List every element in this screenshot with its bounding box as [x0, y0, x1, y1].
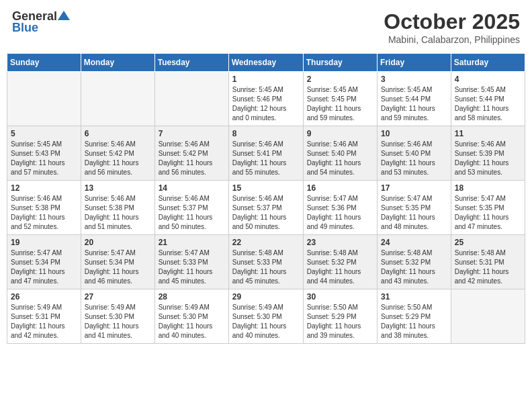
calendar-cell: 22Sunrise: 5:48 AMSunset: 5:33 PMDayligh… [228, 235, 303, 289]
day-number: 14 [159, 183, 225, 193]
day-info: Sunrise: 5:45 AMSunset: 5:45 PMDaylight:… [307, 85, 373, 123]
day-info: Sunrise: 5:45 AMSunset: 5:43 PMDaylight:… [11, 140, 77, 177]
calendar-cell: 20Sunrise: 5:47 AMSunset: 5:34 PMDayligh… [81, 235, 154, 289]
day-number: 11 [455, 129, 521, 138]
day-info: Sunrise: 5:48 AMSunset: 5:31 PMDaylight:… [455, 248, 521, 286]
weekday-header: Thursday [303, 54, 377, 72]
day-number: 16 [307, 183, 373, 193]
calendar-week-row: 12Sunrise: 5:46 AMSunset: 5:38 PMDayligh… [7, 181, 525, 235]
day-info: Sunrise: 5:48 AMSunset: 5:32 PMDaylight:… [307, 248, 373, 286]
day-number: 28 [159, 292, 225, 302]
calendar-week-row: 19Sunrise: 5:47 AMSunset: 5:34 PMDayligh… [7, 235, 525, 289]
calendar-cell: 3Sunrise: 5:45 AMSunset: 5:44 PMDaylight… [378, 72, 451, 126]
day-number: 31 [381, 292, 447, 302]
day-info: Sunrise: 5:48 AMSunset: 5:33 PMDaylight:… [232, 248, 300, 286]
day-number: 30 [307, 292, 373, 302]
day-number: 3 [381, 75, 447, 84]
calendar-cell: 4Sunrise: 5:45 AMSunset: 5:44 PMDaylight… [451, 72, 525, 126]
weekday-header: Monday [81, 54, 154, 72]
day-number: 26 [11, 292, 77, 302]
day-info: Sunrise: 5:49 AMSunset: 5:30 PMDaylight:… [232, 303, 300, 340]
weekday-header-row: SundayMondayTuesdayWednesdayThursdayFrid… [7, 54, 525, 72]
day-number: 20 [85, 238, 151, 247]
weekday-header: Saturday [451, 54, 525, 72]
calendar-cell: 16Sunrise: 5:47 AMSunset: 5:36 PMDayligh… [303, 181, 377, 235]
day-number: 12 [11, 183, 77, 193]
day-number: 19 [11, 238, 77, 247]
day-info: Sunrise: 5:47 AMSunset: 5:35 PMDaylight:… [455, 194, 521, 232]
day-number: 5 [11, 129, 77, 138]
calendar-cell: 18Sunrise: 5:47 AMSunset: 5:35 PMDayligh… [451, 181, 525, 235]
calendar-cell [451, 289, 525, 344]
day-number: 7 [159, 129, 225, 138]
day-number: 18 [455, 183, 521, 193]
weekday-header: Friday [378, 54, 451, 72]
page-header: General Blue October 2025 Mabini, Calaba… [7, 7, 525, 48]
day-info: Sunrise: 5:46 AMSunset: 5:41 PMDaylight:… [232, 140, 300, 177]
day-info: Sunrise: 5:46 AMSunset: 5:38 PMDaylight:… [11, 194, 77, 232]
month-title: October 2025 [384, 9, 520, 34]
calendar-week-row: 26Sunrise: 5:49 AMSunset: 5:31 PMDayligh… [7, 289, 525, 344]
day-number: 2 [307, 75, 373, 84]
logo-blue-text: Blue [12, 21, 38, 35]
day-info: Sunrise: 5:45 AMSunset: 5:44 PMDaylight:… [381, 85, 447, 123]
day-info: Sunrise: 5:46 AMSunset: 5:39 PMDaylight:… [455, 140, 521, 177]
calendar-table: SundayMondayTuesdayWednesdayThursdayFrid… [7, 53, 525, 344]
calendar-cell: 26Sunrise: 5:49 AMSunset: 5:31 PMDayligh… [7, 289, 81, 344]
logo-icon [58, 9, 70, 21]
calendar-cell: 24Sunrise: 5:48 AMSunset: 5:32 PMDayligh… [378, 235, 451, 289]
day-number: 22 [232, 238, 300, 247]
weekday-header: Wednesday [228, 54, 303, 72]
calendar-cell: 12Sunrise: 5:46 AMSunset: 5:38 PMDayligh… [7, 181, 81, 235]
calendar-cell: 31Sunrise: 5:50 AMSunset: 5:29 PMDayligh… [378, 289, 451, 344]
day-info: Sunrise: 5:46 AMSunset: 5:42 PMDaylight:… [85, 140, 151, 177]
calendar-cell: 17Sunrise: 5:47 AMSunset: 5:35 PMDayligh… [378, 181, 451, 235]
location-subtitle: Mabini, Calabarzon, Philippines [384, 34, 520, 45]
day-info: Sunrise: 5:50 AMSunset: 5:29 PMDaylight:… [381, 303, 447, 340]
day-info: Sunrise: 5:46 AMSunset: 5:37 PMDaylight:… [159, 194, 225, 232]
day-info: Sunrise: 5:50 AMSunset: 5:29 PMDaylight:… [307, 303, 373, 340]
day-info: Sunrise: 5:47 AMSunset: 5:33 PMDaylight:… [159, 248, 225, 286]
calendar-cell: 21Sunrise: 5:47 AMSunset: 5:33 PMDayligh… [154, 235, 228, 289]
calendar-cell: 25Sunrise: 5:48 AMSunset: 5:31 PMDayligh… [451, 235, 525, 289]
day-number: 25 [455, 238, 521, 247]
calendar-cell: 5Sunrise: 5:45 AMSunset: 5:43 PMDaylight… [7, 126, 81, 181]
day-info: Sunrise: 5:49 AMSunset: 5:30 PMDaylight:… [85, 303, 151, 340]
day-number: 1 [232, 75, 300, 84]
day-number: 4 [455, 75, 521, 84]
day-info: Sunrise: 5:46 AMSunset: 5:40 PMDaylight:… [381, 140, 447, 177]
day-number: 27 [85, 292, 151, 302]
day-number: 8 [232, 129, 300, 138]
day-number: 13 [85, 183, 151, 193]
title-area: October 2025 Mabini, Calabarzon, Philipp… [384, 9, 520, 45]
day-info: Sunrise: 5:47 AMSunset: 5:34 PMDaylight:… [11, 248, 77, 286]
calendar-cell: 19Sunrise: 5:47 AMSunset: 5:34 PMDayligh… [7, 235, 81, 289]
weekday-header: Tuesday [154, 54, 228, 72]
day-info: Sunrise: 5:46 AMSunset: 5:42 PMDaylight:… [159, 140, 225, 177]
calendar-cell: 6Sunrise: 5:46 AMSunset: 5:42 PMDaylight… [81, 126, 154, 181]
day-number: 10 [381, 129, 447, 138]
calendar-cell: 23Sunrise: 5:48 AMSunset: 5:32 PMDayligh… [303, 235, 377, 289]
logo: General Blue [12, 9, 70, 35]
day-info: Sunrise: 5:45 AMSunset: 5:44 PMDaylight:… [455, 85, 521, 123]
day-info: Sunrise: 5:48 AMSunset: 5:32 PMDaylight:… [381, 248, 447, 286]
day-info: Sunrise: 5:47 AMSunset: 5:35 PMDaylight:… [381, 194, 447, 232]
weekday-header: Sunday [7, 54, 81, 72]
day-info: Sunrise: 5:47 AMSunset: 5:36 PMDaylight:… [307, 194, 373, 232]
calendar-cell [7, 72, 81, 126]
day-info: Sunrise: 5:47 AMSunset: 5:34 PMDaylight:… [85, 248, 151, 286]
day-number: 21 [159, 238, 225, 247]
day-number: 29 [232, 292, 300, 302]
calendar-cell: 1Sunrise: 5:45 AMSunset: 5:46 PMDaylight… [228, 72, 303, 126]
calendar-cell: 29Sunrise: 5:49 AMSunset: 5:30 PMDayligh… [228, 289, 303, 344]
day-number: 9 [307, 129, 373, 138]
calendar-cell: 14Sunrise: 5:46 AMSunset: 5:37 PMDayligh… [154, 181, 228, 235]
calendar-cell: 28Sunrise: 5:49 AMSunset: 5:30 PMDayligh… [154, 289, 228, 344]
day-number: 23 [307, 238, 373, 247]
calendar-week-row: 5Sunrise: 5:45 AMSunset: 5:43 PMDaylight… [7, 126, 525, 181]
calendar-cell: 7Sunrise: 5:46 AMSunset: 5:42 PMDaylight… [154, 126, 228, 181]
calendar-cell: 13Sunrise: 5:46 AMSunset: 5:38 PMDayligh… [81, 181, 154, 235]
calendar-cell: 9Sunrise: 5:46 AMSunset: 5:40 PMDaylight… [303, 126, 377, 181]
calendar-cell: 10Sunrise: 5:46 AMSunset: 5:40 PMDayligh… [378, 126, 451, 181]
day-info: Sunrise: 5:46 AMSunset: 5:38 PMDaylight:… [85, 194, 151, 232]
